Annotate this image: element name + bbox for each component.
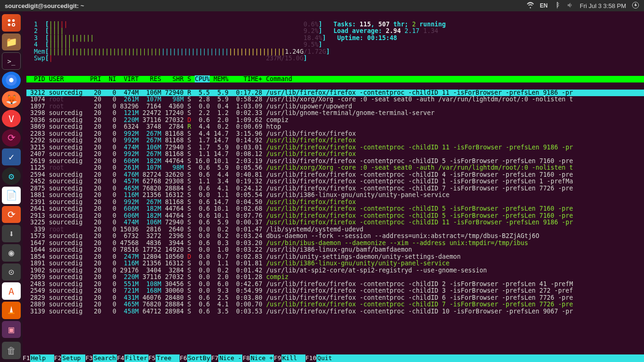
launcher-trash[interactable]: 🗑	[2, 342, 21, 359]
process-row[interactable]: 1644 sourcedig 20 0 78516 17752 14920 S …	[26, 247, 644, 254]
flabel-F9[interactable]: Kill	[281, 354, 305, 362]
launcher-chromium[interactable]	[2, 72, 21, 89]
top-panel: sourcedigit@sourcedigit: ~ EN Fri Jul 3 …	[0, 0, 644, 11]
process-row[interactable]: 2452 sourcedig 20 0 457M 62768 29308 S 1…	[26, 178, 644, 185]
launcher-disks[interactable]: ⊙	[2, 263, 21, 281]
launcher-podcasts[interactable]: ◉	[2, 244, 21, 262]
process-row[interactable]: 1897 root 20 0 83296 7164 4360 S 0.0 0.4…	[26, 103, 644, 110]
process-row[interactable]: 2913 sourcedig 20 0 606M 182M 44764 S 0.…	[26, 213, 644, 220]
process-row[interactable]: 3215 sourcedig 20 0 474M 106M 72940 S 1.…	[26, 144, 644, 151]
process-row[interactable]: 2292 sourcedig 20 0 992M 267M 81168 S 1.…	[26, 137, 644, 144]
svg-point-0	[635, 4, 636, 6]
terminal-htop[interactable]: 1 [||||| 0.6%] Tasks: 115, 507 thr; 2 ru…	[23, 11, 644, 362]
flabel-F7[interactable]: Nice -	[218, 354, 242, 362]
fkey-F9[interactable]: F9	[274, 354, 281, 362]
unity-launcher: 📁 >_ 🦊 V ⟳ ✓ ⚙ 📄 ⟳ ⬇ ◉ ⊙ A ▣ 🗑	[0, 11, 23, 362]
process-row[interactable]: 1902 sourcedig 20 0 29176 3404 3284 S 0.…	[26, 267, 644, 274]
svg-point-2	[12, 19, 15, 22]
process-row[interactable]: 1647 sourcedig 20 0 47568 4836 3944 S 0.…	[26, 240, 644, 247]
launcher-software-updater[interactable]: ⟳	[2, 206, 21, 223]
svg-point-4	[12, 24, 15, 26]
fkey-F7[interactable]: F7	[211, 354, 219, 362]
flabel-F10[interactable]: Quit	[316, 354, 340, 362]
process-row[interactable]: 1891 sourcedig 20 0 116M 21356 16312 S 0…	[26, 260, 644, 267]
launcher-settings[interactable]: ⚙	[2, 167, 21, 185]
process-row[interactable]: 2059 sourcedig 20 0 220M 37116 27032 S 0…	[26, 274, 644, 281]
flabel-F5[interactable]: Tree	[156, 354, 180, 362]
process-row[interactable]: 2619 sourcedig 20 0 606M 182M 44764 S 16…	[26, 158, 644, 165]
launcher-document[interactable]: 📄	[2, 187, 21, 204]
launcher-screenshot[interactable]: ▣	[2, 321, 21, 338]
svg-point-6	[9, 78, 13, 82]
process-row[interactable]: 2483 sourcedig 20 0 551M 108M 30456 S 0.…	[26, 281, 644, 288]
launcher-dash[interactable]	[2, 14, 21, 32]
process-row[interactable]: 2391 sourcedig 20 0 992M 267M 81168 S 0.…	[26, 199, 644, 206]
process-row[interactable]: 2594 sourcedig 20 0 476M 82724 32620 S 0…	[26, 172, 644, 179]
process-row[interactable]: 3298 sourcedig 20 0 121M 22472 17240 S 2…	[26, 110, 644, 117]
process-row[interactable]: 1074 root 20 0 261M 107M 98M S 2.8 5.9 0…	[26, 96, 644, 103]
fkey-F5[interactable]: F5	[149, 354, 156, 362]
process-row[interactable]: 3225 sourcedig 20 0 474M 106M 72940 S 0.…	[26, 219, 644, 226]
fkey-F2[interactable]: F2	[54, 354, 62, 362]
process-header[interactable]: PID USER PRI NI VIRT RES SHR S CPU% MEM%…	[26, 76, 644, 83]
bluetooth-icon[interactable]	[553, 1, 561, 10]
session-icon[interactable]	[632, 1, 639, 10]
process-row[interactable]: 339 root 20 0 15036 2816 2640 S 0.0 0.2 …	[26, 226, 644, 233]
window-title: sourcedigit@sourcedigit: ~	[5, 2, 527, 9]
datetime[interactable]: Fri Jul 3 3:58 PM	[580, 2, 626, 9]
flabel-F4[interactable]: Filter	[124, 354, 149, 362]
process-row[interactable]: 1573 sourcedig 20 0 6732 3272 2396 S 0.0…	[26, 233, 644, 240]
process-row[interactable]: 3869 sourcedig 20 0 6324 3748 2784 R 4.4…	[26, 123, 644, 131]
process-row[interactable]: 1125 root 20 0 261M 107M 98M S 0.6 5.9 0…	[26, 165, 644, 172]
flabel-F3[interactable]: Search	[93, 354, 117, 362]
flabel-F1[interactable]: Help	[30, 354, 54, 362]
launcher-vlc[interactable]	[2, 302, 21, 319]
process-row[interactable]: 2829 sourcedig 20 0 431M 46076 28480 S 0…	[26, 295, 644, 302]
flabel-F8[interactable]: Nice +	[250, 354, 274, 362]
fkey-F1[interactable]: F1	[23, 354, 30, 362]
process-row[interactable]: 2875 sourcedig 20 0 465M 76820 28884 S 0…	[26, 185, 644, 192]
launcher-files[interactable]: 📁	[2, 33, 21, 51]
fkey-F4[interactable]: F4	[117, 354, 124, 362]
launcher-vivaldi[interactable]: V	[2, 110, 21, 127]
svg-point-1	[8, 19, 11, 22]
launcher-todoist[interactable]: ✓	[2, 148, 21, 166]
process-row[interactable]: 1854 sourcedig 20 0 247M 12804 10560 D 0…	[26, 254, 644, 261]
flabel-F6[interactable]: SortBy	[187, 354, 211, 362]
fkey-F3[interactable]: F3	[85, 354, 93, 362]
process-row[interactable]: 3139 sourcedig 20 0 458M 64712 28984 S 0…	[26, 308, 644, 315]
launcher-terminal[interactable]: >_	[2, 52, 21, 70]
fkey-F10[interactable]: F10	[305, 354, 316, 362]
wifi-icon[interactable]	[527, 1, 534, 10]
launcher-software-center[interactable]: A	[2, 282, 21, 300]
launcher-firefox[interactable]: 🦊	[2, 91, 21, 108]
process-row[interactable]: 2407 sourcedig 20 0 992M 267M 81168 S 1.…	[26, 151, 644, 158]
process-row[interactable]: 2641 sourcedig 20 0 606M 182M 44764 S 0.…	[26, 206, 644, 213]
language-indicator[interactable]: EN	[540, 2, 548, 9]
process-row[interactable]: 2283 sourcedig 20 0 992M 267M 81168 S 4.…	[26, 131, 644, 138]
launcher-sync[interactable]: ⟳	[2, 129, 21, 147]
fkey-F8[interactable]: F8	[242, 354, 250, 362]
process-row[interactable]: 2036 sourcedig 20 0 220M 37116 27032 D 0…	[26, 117, 644, 124]
process-row[interactable]: 2549 sourcedig 20 0 721M 168M 30060 S 0.…	[26, 288, 644, 295]
htop-footer: F1Help F2Setup F3SearchF4FilterF5Tree F6…	[23, 354, 644, 362]
launcher-downloads[interactable]: ⬇	[2, 225, 21, 242]
process-row[interactable]: 1881 sourcedig 20 0 116M 21356 16312 S 0…	[26, 192, 644, 199]
flabel-F2[interactable]: Setup	[61, 354, 85, 362]
volume-icon[interactable]	[567, 1, 574, 10]
process-row-selected[interactable]: 3212 sourcedig 20 0 474M 106M 72940 R 5.…	[26, 90, 644, 97]
fkey-F6[interactable]: F6	[180, 354, 187, 362]
process-row[interactable]: 2889 sourcedig 20 0 465M 76820 28884 S 0…	[26, 301, 644, 308]
svg-point-3	[8, 24, 11, 26]
